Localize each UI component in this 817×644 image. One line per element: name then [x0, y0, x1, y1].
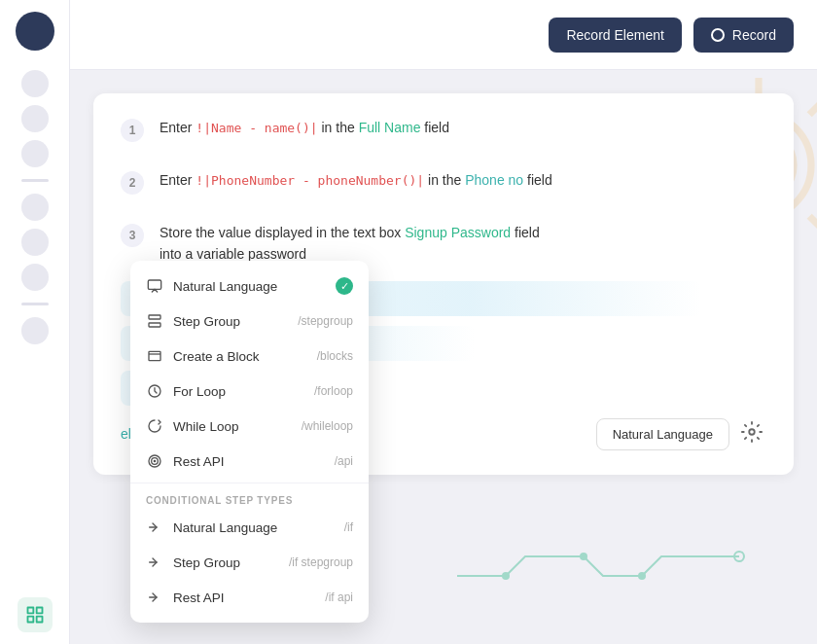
menu-item-cond-rest-api-label: Rest API: [173, 590, 225, 605]
step3-field: Signup Password: [405, 225, 511, 240]
svg-rect-16: [27, 617, 33, 623]
block-icon: [146, 347, 163, 365]
record-dot-icon: [711, 28, 725, 42]
step-text-1: Enter !|Name - name()| in the Full Name …: [160, 117, 449, 139]
cond-nl-icon: [146, 519, 163, 536]
menu-item-cond-rest-api[interactable]: Rest API /if api: [130, 580, 369, 615]
sidebar-nav-item-2[interactable]: [21, 105, 49, 132]
sidebar-active-item[interactable]: [18, 597, 53, 632]
step2-code: !|PhoneNumber - phoneNumber()|: [195, 173, 424, 188]
menu-item-step-group[interactable]: Step Group /stepgroup: [130, 304, 369, 339]
sidebar: [0, 0, 70, 644]
monitor-icon: [146, 277, 163, 295]
menu-item-rest-api[interactable]: Rest API /api: [130, 444, 369, 479]
svg-point-25: [154, 460, 155, 461]
for-loop-shortcut: /forloop: [314, 384, 353, 398]
menu-item-for-loop-label: For Loop: [173, 384, 226, 399]
cond-api-icon: [146, 589, 163, 606]
conditional-section-label: CONDITIONAL STEP TYPES: [130, 487, 369, 510]
step-type-dropdown: Natural Language ✓ Step Group /stepgroup…: [130, 261, 369, 623]
step-text-3: Store the value displayed in the text bo…: [160, 222, 540, 266]
natural-language-button[interactable]: Natural Language: [596, 418, 729, 450]
header: Record Element Record: [70, 0, 817, 70]
record-element-button[interactable]: Record Element: [549, 18, 681, 53]
menu-item-while-loop[interactable]: While Loop /whileloop: [130, 409, 369, 444]
rest-api-icon: [146, 452, 163, 470]
menu-item-create-block-label: Create a Block: [173, 349, 260, 364]
sidebar-nav-item-5[interactable]: [21, 229, 49, 256]
svg-rect-15: [36, 608, 42, 614]
menu-item-cond-step-group[interactable]: Step Group /if stepgroup: [130, 545, 369, 580]
menu-divider: [130, 483, 369, 483]
svg-rect-21: [149, 323, 160, 327]
for-loop-icon: [146, 382, 163, 400]
menu-item-natural-language-label: Natural Language: [173, 279, 277, 294]
cond-sg-icon: [146, 554, 163, 571]
step-number-1: 1: [121, 119, 144, 142]
step-row-3: 3 Store the value displayed in the text …: [121, 222, 766, 266]
sidebar-nav-item-3[interactable]: [21, 140, 49, 167]
menu-item-rest-api-label: Rest API: [173, 454, 225, 469]
sidebar-divider-1: [21, 179, 49, 182]
create-block-shortcut: /blocks: [317, 349, 353, 363]
menu-item-for-loop[interactable]: For Loop /forloop: [130, 374, 369, 409]
while-loop-shortcut: /whileloop: [302, 419, 353, 433]
cond-sg-shortcut: /if stepgroup: [289, 555, 353, 569]
menu-item-create-block[interactable]: Create a Block /blocks: [130, 339, 369, 374]
step-group-icon: [146, 312, 163, 330]
step-number-2: 2: [121, 171, 144, 195]
step1-code: !|Name - name()|: [195, 121, 317, 135]
sidebar-nav-item-6[interactable]: [21, 264, 49, 291]
menu-item-cond-step-group-label: Step Group: [173, 555, 240, 570]
app-logo: [16, 12, 54, 51]
svg-rect-20: [149, 315, 160, 319]
menu-item-cond-natural-language[interactable]: Natural Language /if: [130, 510, 369, 545]
sidebar-divider-2: [21, 303, 49, 305]
svg-rect-14: [27, 608, 33, 614]
while-loop-icon: [146, 417, 163, 435]
menu-item-natural-language[interactable]: Natural Language ✓: [130, 268, 369, 304]
step1-field: Full Name: [359, 120, 421, 135]
step2-field: Phone no: [465, 172, 523, 188]
sidebar-nav-item-4[interactable]: [21, 194, 49, 221]
menu-item-while-loop-label: While Loop: [173, 419, 239, 434]
menu-item-cond-nl-label: Natural Language: [173, 520, 277, 535]
svg-rect-19: [148, 280, 160, 289]
settings-button[interactable]: [737, 417, 766, 451]
step-row-2: 2 Enter !|PhoneNumber - phoneNumber()| i…: [121, 169, 766, 195]
active-check-icon: ✓: [336, 277, 353, 295]
record-button[interactable]: Record: [693, 18, 794, 53]
step-row-1: 1 Enter !|Name - name()| in the Full Nam…: [121, 117, 766, 142]
svg-rect-22: [149, 351, 160, 360]
bottom-actions: Natural Language: [596, 417, 766, 451]
step-group-shortcut: /stepgroup: [298, 314, 353, 328]
menu-item-step-group-label: Step Group: [173, 314, 240, 329]
svg-point-18: [749, 429, 755, 435]
rest-api-shortcut: /api: [335, 454, 353, 468]
svg-rect-17: [36, 617, 42, 623]
step-text-2: Enter !|PhoneNumber - phoneNumber()| in …: [160, 169, 552, 192]
cond-nl-shortcut: /if: [344, 520, 353, 534]
step-number-3: 3: [121, 224, 144, 247]
sidebar-nav-item-7[interactable]: [21, 317, 49, 344]
cond-api-shortcut: /if api: [325, 590, 353, 604]
sidebar-nav-item-1[interactable]: [21, 70, 49, 97]
